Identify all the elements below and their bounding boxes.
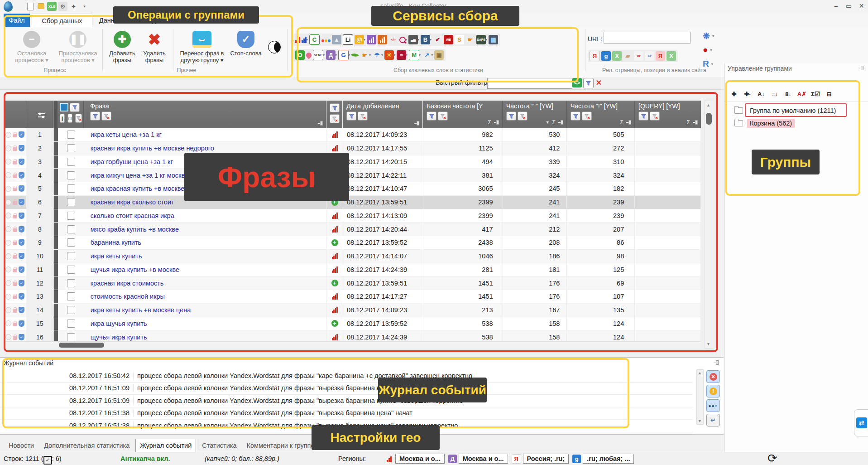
row-checkbox[interactable] [67, 131, 75, 139]
row-checkbox[interactable] [67, 144, 75, 152]
export-xls-icon[interactable]: X [612, 51, 622, 61]
header-base-frequency[interactable]: Базовая частота [Y Σ [423, 101, 503, 128]
column-splitter[interactable] [54, 169, 58, 182]
stopwords-button[interactable]: ✓ Стоп-слова [226, 30, 265, 57]
dropdown-caret-icon[interactable]: ▾ [323, 53, 325, 57]
log-info-button[interactable]: ●●○ [706, 399, 720, 412]
we-service-icon[interactable]: WE [444, 35, 453, 44]
row-checkbox[interactable] [67, 292, 75, 300]
bottom-tab-новости[interactable]: Новости [5, 439, 38, 452]
maximize-button[interactable]: ▭ [843, 0, 855, 12]
sphere-icon[interactable]: ●▾ [703, 45, 712, 55]
header-exact-frequency[interactable]: Частота "!" [YW] Σ [567, 101, 635, 128]
dropdown-caret-icon[interactable]: ▾ [711, 62, 713, 66]
direct-d-icon[interactable]: Д▾ [326, 50, 337, 60]
search-magnifier-icon[interactable]: ▾ [399, 37, 407, 43]
header-phrase[interactable]: Фраза [84, 101, 326, 128]
pause-processes-button[interactable]: ❚❚ Приостановка процессов ▾ [56, 30, 100, 63]
dropdown-caret-icon[interactable]: ▾ [406, 53, 408, 57]
apply-filter-icon[interactable] [583, 78, 594, 88]
dropdown-caret-icon[interactable]: ▾ [369, 53, 371, 57]
row-checkbox[interactable] [67, 252, 75, 260]
table-row[interactable]: ✓10икра кеты купить08.12.2017 14:14:0710… [4, 250, 701, 263]
group-item[interactable]: Корзина (562) [734, 117, 795, 129]
remote-access-edge-tab[interactable]: ⇄ [854, 409, 868, 436]
bing-b-icon[interactable]: B▾ [421, 35, 432, 44]
stop-processes-button[interactable]: − Остановка процессов ▾ [10, 30, 53, 63]
table-row[interactable]: ✓7сколько стоит красная икра08.12.2017 1… [4, 209, 701, 223]
dropdown-caret-icon[interactable]: ▾ [348, 53, 350, 57]
yandex-rel-icon[interactable]: Яr [634, 51, 643, 61]
dropdown-caret-icon[interactable]: ▾ [335, 53, 337, 57]
row-checkbox[interactable] [67, 171, 75, 179]
map-pin-icon[interactable] [306, 53, 312, 58]
sape-icon[interactable]: SAPE▾ [476, 35, 487, 44]
image-service-icon[interactable]: ▲ [332, 35, 341, 44]
row-checkbox[interactable] [67, 212, 75, 220]
magic-wand-icon[interactable]: ✦ [69, 2, 78, 11]
column-splitter[interactable] [54, 128, 58, 141]
add-phrases-button[interactable]: ✚ Добавить фразы [105, 30, 139, 63]
row-checkbox[interactable] [67, 279, 75, 287]
phrase-cell[interactable]: мясо краба купить +в москве [84, 223, 326, 236]
log-warnings-button[interactable]: ! [706, 385, 720, 397]
table-row[interactable]: ✓11щучья икра купить +в москве08.12.2017… [4, 263, 701, 277]
header-checkbox-tools[interactable]: ❙▢ [58, 101, 84, 128]
s-service-icon[interactable]: S [455, 35, 464, 44]
dropdown-caret-icon[interactable]: ▾ [419, 53, 421, 57]
sort-count-icon[interactable]: 8↓ [782, 88, 794, 99]
google-dots-icon[interactable] [321, 36, 331, 44]
column-splitter[interactable] [54, 223, 58, 236]
minimize-button[interactable]: – [830, 0, 842, 12]
phrase-cell[interactable]: икра кеты цена +за 1 кг [84, 128, 326, 141]
bottom-tab-статистика[interactable]: Статистика [198, 439, 240, 452]
parcel-box-icon[interactable]: ▣ [434, 50, 444, 60]
column-splitter[interactable] [54, 263, 58, 276]
row-checkbox[interactable] [67, 266, 75, 274]
quick-filter-input[interactable] [487, 78, 572, 89]
sum-marked-icon[interactable]: Σ☑ [810, 88, 821, 99]
column-splitter[interactable] [54, 155, 58, 169]
column-splitter[interactable] [54, 236, 58, 249]
row-checkbox[interactable] [67, 306, 75, 314]
column-splitter[interactable] [54, 209, 58, 223]
header-query[interactable]: [QUERY] [YW] Σ [635, 101, 701, 128]
settings-gear-icon[interactable]: ⚙ [58, 2, 67, 11]
calculator-icon[interactable]: ▦ [489, 35, 498, 44]
adwords-g-icon[interactable]: G▾ [338, 50, 350, 60]
export-xls2-icon[interactable]: X [667, 51, 676, 61]
log-pin-icon[interactable] [714, 360, 719, 365]
header-row-settings[interactable] [26, 101, 53, 128]
sort-az-icon[interactable]: A↓ [755, 88, 767, 99]
refresh-icon[interactable]: ⟳ [767, 451, 777, 465]
move-phrases-button[interactable]: ⌣ Перенос фраз в другую группу ▾ [176, 30, 228, 63]
table-row[interactable]: ✓4икра кижуч цена +за 1 кг москва08.12.2… [4, 169, 701, 182]
row-checkbox[interactable] [67, 225, 75, 233]
spy-icon[interactable]: ☂▾ [372, 50, 383, 60]
url-input[interactable] [604, 32, 691, 44]
group-label[interactable]: Группа по умолчанию (1211) [747, 106, 839, 115]
regex-filter-icon[interactable]: <> [572, 78, 582, 87]
arrow-up-icon[interactable]: ↗▾ [422, 50, 433, 60]
table-row[interactable]: ✓2красная икра купить +в москве недорого… [4, 142, 701, 155]
liveinternet-icon[interactable]: Li [343, 34, 353, 45]
google-rel-icon[interactable]: Gr [645, 51, 654, 61]
clear-filter-icon[interactable]: ✕ [594, 78, 604, 87]
bottom-tab-журнал-событий[interactable]: Журнал событий [135, 439, 196, 452]
export-xls-icon[interactable]: XLS [47, 2, 57, 11]
tab-file[interactable]: Файл [4, 14, 30, 27]
dropdown-caret-icon[interactable]: ▾ [306, 38, 308, 42]
metrika-m-icon[interactable]: M▾ [409, 50, 421, 60]
yandex-pink-icon[interactable]: Я [656, 51, 665, 61]
hand2-icon[interactable]: ☛▾ [360, 50, 371, 60]
phrase-cell[interactable]: стоимость красной икры [84, 290, 326, 303]
table-row[interactable]: ✓9баранина купить+08.12.2017 13:59:52243… [4, 236, 701, 250]
dropdown-caret-icon[interactable]: ▾ [712, 34, 714, 38]
table-row[interactable]: ✓12красная икра стоимость+08.12.2017 13:… [4, 276, 701, 290]
table-row[interactable]: ✓1икра кеты цена +за 1 кг08.12.2017 14:0… [4, 128, 701, 142]
table-row[interactable]: ✓13стоимость красной икры08.12.2017 14:1… [4, 290, 701, 304]
header-source[interactable] [326, 101, 343, 128]
row-checkbox[interactable] [67, 333, 75, 341]
phrase-cell[interactable]: икра щучья купить [84, 317, 326, 330]
group-item[interactable]: Группа по умолчанию (1211) [734, 104, 839, 116]
